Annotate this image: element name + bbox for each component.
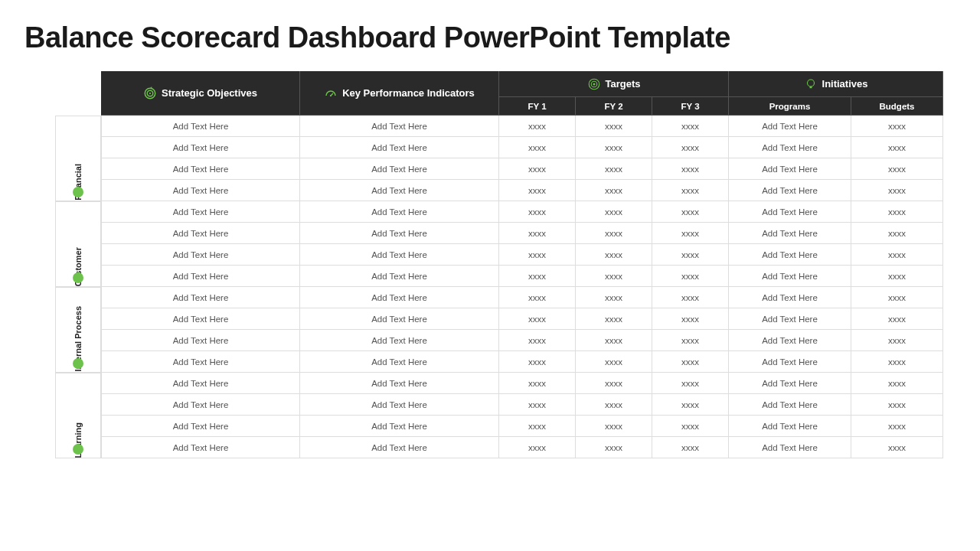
cell-fy3: xxxx: [652, 394, 729, 416]
header-budgets: Budgets: [851, 97, 943, 116]
cell-objective: Add Text Here: [101, 351, 300, 373]
cell-kpi: Add Text Here: [300, 116, 499, 137]
cell-fy1: xxxx: [499, 158, 576, 180]
cell-budget: xxxx: [851, 201, 943, 223]
cell-fy1: xxxx: [499, 330, 576, 351]
cell-fy3: xxxx: [652, 180, 729, 201]
cell-program: Add Text Here: [729, 308, 851, 330]
section-label: Learning: [55, 373, 101, 458]
cell-kpi: Add Text Here: [300, 330, 499, 351]
cell-objective: Add Text Here: [101, 180, 300, 201]
dot-icon: [73, 444, 83, 455]
cell-program: Add Text Here: [729, 116, 851, 137]
cell-objective: Add Text Here: [101, 416, 300, 437]
svg-point-8: [807, 80, 814, 86]
cell-fy3: xxxx: [652, 137, 729, 158]
cell-fy2: xxxx: [576, 116, 652, 137]
header-programs: Programs: [729, 97, 851, 116]
cell-budget: xxxx: [851, 223, 943, 244]
section-label: Financial: [55, 116, 101, 201]
cell-fy2: xxxx: [576, 180, 652, 201]
cell-objective: Add Text Here: [101, 373, 300, 394]
cell-fy2: xxxx: [576, 351, 652, 373]
cell-fy2: xxxx: [576, 287, 652, 308]
cell-fy2: xxxx: [576, 158, 652, 180]
cell-kpi: Add Text Here: [300, 201, 499, 223]
cell-program: Add Text Here: [729, 416, 851, 437]
cell-budget: xxxx: [851, 116, 943, 137]
cell-objective: Add Text Here: [101, 116, 300, 137]
cell-fy1: xxxx: [499, 373, 576, 394]
cell-fy1: xxxx: [499, 137, 576, 158]
cell-fy2: xxxx: [576, 223, 652, 244]
cell-fy2: xxxx: [576, 266, 652, 287]
cell-kpi: Add Text Here: [300, 287, 499, 308]
cell-fy3: xxxx: [652, 116, 729, 137]
cell-program: Add Text Here: [729, 394, 851, 416]
cell-fy3: xxxx: [652, 287, 729, 308]
cell-objective: Add Text Here: [101, 244, 300, 266]
cell-objective: Add Text Here: [101, 330, 300, 351]
cell-fy2: xxxx: [576, 201, 652, 223]
header-initiatives-group: Initiatives: [729, 71, 943, 97]
cell-fy2: xxxx: [576, 416, 652, 437]
cell-fy3: xxxx: [652, 330, 729, 351]
cell-program: Add Text Here: [729, 223, 851, 244]
cell-budget: xxxx: [851, 137, 943, 158]
svg-point-2: [149, 92, 151, 93]
cell-fy3: xxxx: [652, 266, 729, 287]
cell-fy1: xxxx: [499, 416, 576, 437]
cell-kpi: Add Text Here: [300, 244, 499, 266]
cell-fy3: xxxx: [652, 373, 729, 394]
cell-program: Add Text Here: [729, 180, 851, 201]
cell-program: Add Text Here: [729, 244, 851, 266]
cell-fy1: xxxx: [499, 201, 576, 223]
cell-objective: Add Text Here: [101, 158, 300, 180]
header-corner: [55, 71, 101, 116]
dot-icon: [73, 358, 83, 369]
slide-title: Balance Scorecard Dashboard PowerPoint T…: [24, 21, 956, 54]
cell-objective: Add Text Here: [101, 308, 300, 330]
cell-fy2: xxxx: [576, 437, 652, 458]
header-initiatives-label: Initiatives: [822, 78, 868, 90]
cell-kpi: Add Text Here: [300, 266, 499, 287]
cell-kpi: Add Text Here: [300, 394, 499, 416]
cell-fy2: xxxx: [576, 394, 652, 416]
cell-kpi: Add Text Here: [300, 308, 499, 330]
cell-program: Add Text Here: [729, 158, 851, 180]
cell-program: Add Text Here: [729, 351, 851, 373]
cell-fy3: xxxx: [652, 308, 729, 330]
cell-budget: xxxx: [851, 416, 943, 437]
header-strategic: Strategic Objectives: [101, 71, 300, 116]
bullseye-icon: [587, 77, 601, 91]
cell-budget: xxxx: [851, 330, 943, 351]
cell-budget: xxxx: [851, 351, 943, 373]
section-label: Customer: [55, 201, 101, 287]
cell-program: Add Text Here: [729, 266, 851, 287]
cell-objective: Add Text Here: [101, 287, 300, 308]
header-fy3: FY 3: [652, 97, 729, 116]
cell-kpi: Add Text Here: [300, 180, 499, 201]
cell-fy1: xxxx: [499, 180, 576, 201]
cell-fy3: xxxx: [652, 158, 729, 180]
cell-fy3: xxxx: [652, 416, 729, 437]
cell-fy3: xxxx: [652, 351, 729, 373]
cell-program: Add Text Here: [729, 437, 851, 458]
cell-fy1: xxxx: [499, 116, 576, 137]
cell-fy2: xxxx: [576, 330, 652, 351]
cell-objective: Add Text Here: [101, 137, 300, 158]
dot-icon: [73, 187, 83, 197]
cell-fy1: xxxx: [499, 223, 576, 244]
cell-program: Add Text Here: [729, 330, 851, 351]
header-targets-label: Targets: [606, 78, 641, 90]
cell-fy1: xxxx: [499, 394, 576, 416]
header-fy2: FY 2: [576, 97, 652, 116]
cell-kpi: Add Text Here: [300, 351, 499, 373]
cell-fy1: xxxx: [499, 437, 576, 458]
cell-budget: xxxx: [851, 244, 943, 266]
dot-icon: [73, 272, 83, 283]
cell-fy3: xxxx: [652, 244, 729, 266]
cell-fy3: xxxx: [652, 201, 729, 223]
header-fy1: FY 1: [499, 97, 576, 116]
svg-line-4: [331, 93, 333, 96]
